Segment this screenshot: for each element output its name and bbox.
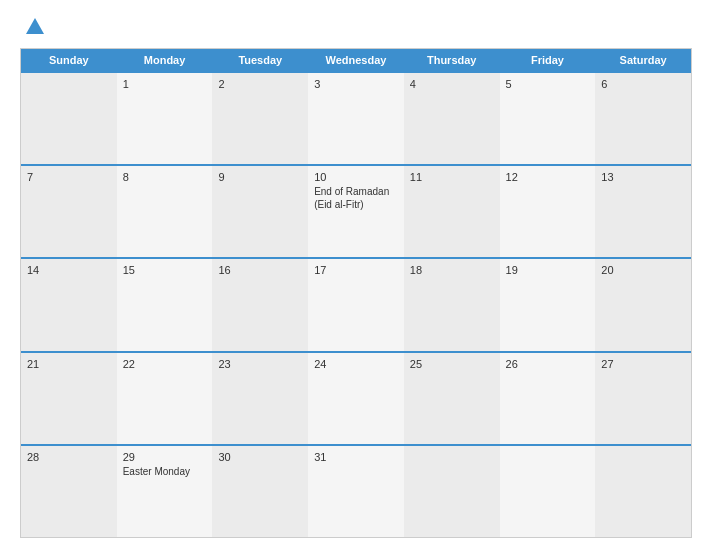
day-number: 22	[123, 358, 207, 370]
calendar-cell	[404, 446, 500, 537]
calendar-cell: 15	[117, 259, 213, 350]
day-header-sunday: Sunday	[21, 49, 117, 71]
day-number: 25	[410, 358, 494, 370]
day-header-monday: Monday	[117, 49, 213, 71]
calendar-cell: 25	[404, 353, 500, 444]
calendar-cell: 12	[500, 166, 596, 257]
calendar-header: SundayMondayTuesdayWednesdayThursdayFrid…	[21, 49, 691, 71]
calendar-cell: 20	[595, 259, 691, 350]
calendar-cell	[500, 446, 596, 537]
day-event: End of Ramadan (Eid al-Fitr)	[314, 186, 389, 210]
calendar-cell: 11	[404, 166, 500, 257]
calendar-cell: 3	[308, 73, 404, 164]
calendar-week-5: 2829Easter Monday3031	[21, 444, 691, 537]
day-number: 11	[410, 171, 494, 183]
calendar-week-1: 123456	[21, 71, 691, 164]
calendar-cell: 7	[21, 166, 117, 257]
calendar-cell: 2	[212, 73, 308, 164]
calendar: SundayMondayTuesdayWednesdayThursdayFrid…	[20, 48, 692, 538]
day-header-wednesday: Wednesday	[308, 49, 404, 71]
day-number: 2	[218, 78, 302, 90]
day-number: 5	[506, 78, 590, 90]
calendar-cell: 26	[500, 353, 596, 444]
day-number: 23	[218, 358, 302, 370]
day-number: 17	[314, 264, 398, 276]
day-number: 21	[27, 358, 111, 370]
calendar-cell: 1	[117, 73, 213, 164]
calendar-cell: 9	[212, 166, 308, 257]
day-header-saturday: Saturday	[595, 49, 691, 71]
day-number: 24	[314, 358, 398, 370]
calendar-cell: 22	[117, 353, 213, 444]
calendar-week-3: 14151617181920	[21, 257, 691, 350]
calendar-cell: 14	[21, 259, 117, 350]
day-number: 18	[410, 264, 494, 276]
calendar-cell: 19	[500, 259, 596, 350]
day-number: 27	[601, 358, 685, 370]
day-number: 15	[123, 264, 207, 276]
calendar-cell: 8	[117, 166, 213, 257]
calendar-cell: 4	[404, 73, 500, 164]
day-number: 20	[601, 264, 685, 276]
calendar-cell: 13	[595, 166, 691, 257]
calendar-cell: 5	[500, 73, 596, 164]
day-number: 29	[123, 451, 207, 463]
day-event: Easter Monday	[123, 466, 190, 477]
calendar-cell: 10End of Ramadan (Eid al-Fitr)	[308, 166, 404, 257]
calendar-cell: 27	[595, 353, 691, 444]
day-header-thursday: Thursday	[404, 49, 500, 71]
day-number: 8	[123, 171, 207, 183]
day-number: 31	[314, 451, 398, 463]
calendar-week-4: 21222324252627	[21, 351, 691, 444]
svg-marker-0	[26, 18, 44, 34]
calendar-cell: 18	[404, 259, 500, 350]
calendar-cell: 28	[21, 446, 117, 537]
day-number: 16	[218, 264, 302, 276]
calendar-cell: 31	[308, 446, 404, 537]
day-number: 4	[410, 78, 494, 90]
day-number: 30	[218, 451, 302, 463]
day-number: 28	[27, 451, 111, 463]
day-number: 14	[27, 264, 111, 276]
calendar-cell: 6	[595, 73, 691, 164]
day-header-friday: Friday	[500, 49, 596, 71]
day-number: 19	[506, 264, 590, 276]
calendar-cell	[21, 73, 117, 164]
day-number: 7	[27, 171, 111, 183]
day-number: 26	[506, 358, 590, 370]
day-number: 9	[218, 171, 302, 183]
page-header	[20, 16, 692, 38]
calendar-cell: 30	[212, 446, 308, 537]
calendar-cell: 29Easter Monday	[117, 446, 213, 537]
calendar-cell	[595, 446, 691, 537]
day-number: 10	[314, 171, 398, 183]
calendar-cell: 17	[308, 259, 404, 350]
day-number: 6	[601, 78, 685, 90]
calendar-cell: 24	[308, 353, 404, 444]
calendar-cell: 21	[21, 353, 117, 444]
calendar-cell: 16	[212, 259, 308, 350]
logo-icon	[24, 16, 46, 38]
day-number: 13	[601, 171, 685, 183]
calendar-cell: 23	[212, 353, 308, 444]
day-number: 1	[123, 78, 207, 90]
day-number: 3	[314, 78, 398, 90]
logo	[20, 16, 46, 38]
day-number: 12	[506, 171, 590, 183]
calendar-week-2: 78910End of Ramadan (Eid al-Fitr)111213	[21, 164, 691, 257]
calendar-page: SundayMondayTuesdayWednesdayThursdayFrid…	[0, 0, 712, 550]
calendar-body: 12345678910End of Ramadan (Eid al-Fitr)1…	[21, 71, 691, 537]
day-header-tuesday: Tuesday	[212, 49, 308, 71]
